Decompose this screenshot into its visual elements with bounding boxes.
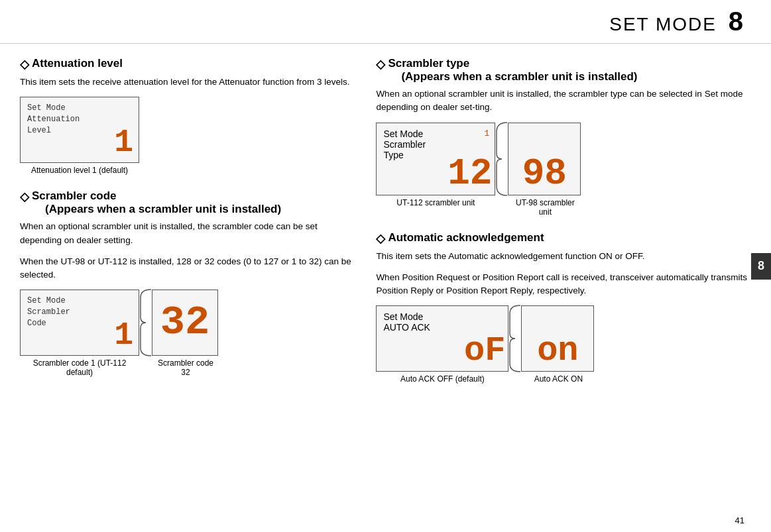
- scrambler-type-caption-row: UT-112 scrambler unit UT-98 scrambler un…: [376, 198, 771, 217]
- scr-type-l1: Set Mode: [383, 129, 488, 139]
- scrambler-code-title-line1: Scrambler code: [32, 189, 281, 203]
- auto-ack-caption-row: Auto ACK OFF (default) Auto ACK ON: [376, 374, 771, 384]
- scrambler-type-body: When an optional scrambler unit is insta…: [376, 87, 771, 115]
- scr-code-caption2: Scrambler code 32: [152, 358, 219, 377]
- scr-type-value: 12: [447, 155, 492, 192]
- attenuation-display-container: Set Mode Attenuation Level 1: [20, 97, 356, 163]
- scr-type-cap1: UT-112 scrambler unit: [376, 198, 495, 207]
- set-mode-label: SET MODE: [609, 14, 717, 34]
- ack-cap2: Auto ACK ON: [522, 374, 595, 384]
- diamond-icon: ◇: [20, 57, 29, 72]
- scr-type-l2: Scrambler: [383, 139, 488, 150]
- attenuation-title: ◇ Attenuation level: [20, 57, 356, 72]
- attenuation-lcd-line1: Set Mode: [27, 103, 132, 114]
- right-column: ◇ Scrambler type (Appears when a scrambl…: [376, 57, 771, 398]
- ack-l1: Set Mode: [383, 311, 501, 322]
- auto-ack-title-text: Automatic acknowledgement: [388, 231, 544, 244]
- diamond-icon4: ◇: [376, 231, 385, 246]
- attenuation-lcd-line2: Attenuation: [27, 114, 132, 125]
- attenuation-section: ◇ Attenuation level This item sets the r…: [20, 57, 356, 175]
- scr-type-sec-value: 98: [511, 155, 577, 192]
- ack-lcd-value: oF: [464, 334, 505, 368]
- attenuation-title-text: Attenuation level: [32, 57, 123, 70]
- scr-code-lcd2-value: 32: [159, 302, 211, 343]
- scrambler-code-lcd-main: Set Mode Scrambler Code 1: [20, 290, 139, 356]
- scrambler-type-line2: (Appears when a scrambler unit is instal…: [401, 70, 637, 83]
- scrambler-code-title-line2: (Appears when a scrambler unit is instal…: [45, 203, 281, 216]
- scr-type-small: 1: [485, 129, 490, 138]
- scr-code-lcd-l2: Scrambler: [27, 307, 132, 318]
- left-column: ◇ Attenuation level This item sets the r…: [20, 57, 356, 398]
- auto-ack-lcd-secondary: on: [521, 305, 594, 372]
- scr-type-cap2: UT-98 scrambler unit: [508, 198, 581, 217]
- auto-ack-body2: When Position Request or Position Report…: [376, 271, 771, 298]
- auto-ack-section: ◇ Automatic acknowledgement This item se…: [376, 231, 771, 384]
- scrambler-code-lcd-secondary: 32: [152, 290, 218, 356]
- auto-ack-lcd-main: Set Mode AUTO ACK oF: [376, 305, 508, 372]
- auto-ack-title: ◇ Automatic acknowledgement: [376, 231, 771, 246]
- scrambler-code-caption-row: Scrambler code 1 (UT-112 default) Scramb…: [20, 358, 356, 377]
- auto-ack-lcd-label: Set Mode AUTO ACK: [383, 311, 501, 333]
- brace-connector-icon: [139, 290, 152, 356]
- page-header: SET MODE 8: [0, 0, 771, 44]
- scrambler-code-body1: When an optional scrambler unit is insta…: [20, 220, 356, 247]
- page-number: 41: [735, 515, 744, 525]
- auto-ack-body1: This item sets the Automatic acknowledge…: [376, 250, 771, 263]
- scrambler-type-lcd-main: Set Mode Scrambler Type 1 12: [376, 123, 495, 195]
- scrambler-code-title: ◇ Scrambler code (Appears when a scrambl…: [20, 189, 356, 216]
- scrambler-type-display: Set Mode Scrambler Type 1 12 98: [376, 123, 771, 195]
- auto-ack-display: Set Mode AUTO ACK oF on: [376, 305, 771, 372]
- main-content: ◇ Attenuation level This item sets the r…: [0, 44, 771, 411]
- scrambler-code-body2: When the UT-98 or UT-112 is installed, 1…: [20, 255, 356, 282]
- scrambler-type-line1: Scrambler type: [388, 57, 637, 70]
- scr-code-caption1: Scrambler code 1 (UT-112 default): [20, 358, 139, 377]
- brace-connector-icon3: [508, 305, 522, 372]
- attenuation-caption: Attenuation level 1 (default): [20, 166, 139, 175]
- attenuation-lcd-main: Set Mode Attenuation Level 1: [20, 97, 139, 163]
- attenuation-lcd-value: 1: [114, 127, 133, 158]
- scrambler-type-title-block: Scrambler type (Appears when a scrambler…: [388, 57, 637, 83]
- scrambler-code-display: Set Mode Scrambler Code 1 32: [20, 290, 356, 356]
- mode-number: 8: [729, 7, 744, 36]
- scrambler-code-title-block: Scrambler code (Appears when a scrambler…: [32, 189, 281, 216]
- diamond-icon2: ◇: [20, 189, 29, 204]
- scr-code-lcd-l1: Set Mode: [27, 295, 132, 307]
- scrambler-type-section: ◇ Scrambler type (Appears when a scrambl…: [376, 57, 771, 217]
- header-title: SET MODE 8: [609, 7, 744, 36]
- scr-code-lcd-value: 1: [114, 319, 133, 351]
- ack-lcd2-value: on: [524, 334, 591, 368]
- scrambler-type-lcd-secondary: 98: [508, 123, 581, 195]
- attenuation-caption-row: Attenuation level 1 (default): [20, 166, 356, 175]
- diamond-icon3: ◇: [376, 57, 385, 72]
- scrambler-code-section: ◇ Scrambler code (Appears when a scrambl…: [20, 189, 356, 377]
- scrambler-type-title: ◇ Scrambler type (Appears when a scrambl…: [376, 57, 771, 83]
- attenuation-body: This item sets the receive attenuation l…: [20, 76, 356, 89]
- sidebar-number: 8: [751, 253, 771, 280]
- brace-connector-icon2: [495, 123, 508, 195]
- ack-cap1: Auto ACK OFF (default): [376, 374, 508, 384]
